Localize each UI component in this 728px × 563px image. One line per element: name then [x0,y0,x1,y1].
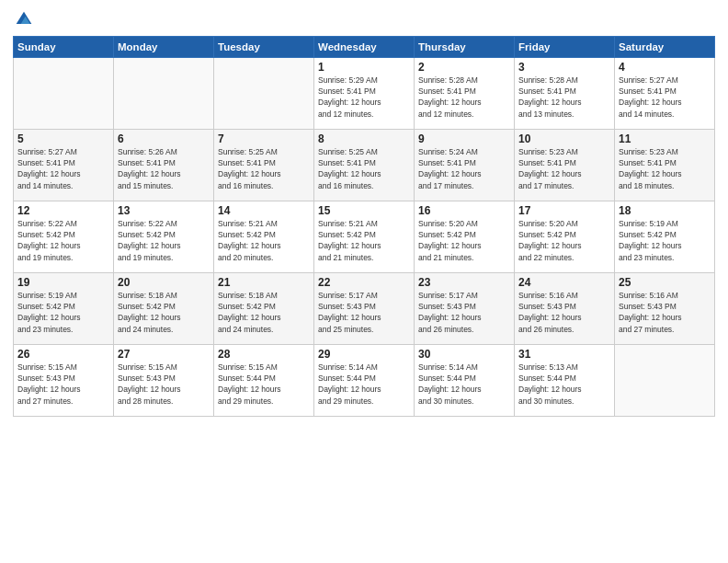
day-info: Sunrise: 5:19 AM Sunset: 5:42 PM Dayligh… [17,290,109,335]
day-number: 26 [17,348,109,361]
day-number: 22 [318,276,410,289]
day-info: Sunrise: 5:23 AM Sunset: 5:41 PM Dayligh… [619,146,711,191]
day-info: Sunrise: 5:19 AM Sunset: 5:42 PM Dayligh… [619,218,711,263]
calendar-cell: 6Sunrise: 5:26 AM Sunset: 5:41 PM Daylig… [114,129,214,201]
day-info: Sunrise: 5:15 AM Sunset: 5:44 PM Dayligh… [218,362,310,407]
day-info: Sunrise: 5:18 AM Sunset: 5:42 PM Dayligh… [218,290,310,335]
day-number: 10 [518,132,610,145]
calendar-cell: 19Sunrise: 5:19 AM Sunset: 5:42 PM Dayli… [14,272,114,344]
calendar-cell: 7Sunrise: 5:25 AM Sunset: 5:41 PM Daylig… [214,129,314,201]
day-number: 4 [619,61,711,74]
calendar-cell: 16Sunrise: 5:20 AM Sunset: 5:42 PM Dayli… [415,201,515,272]
day-number: 2 [418,61,510,74]
calendar-body: 1Sunrise: 5:29 AM Sunset: 5:41 PM Daylig… [14,57,715,416]
calendar-cell: 29Sunrise: 5:14 AM Sunset: 5:44 PM Dayli… [314,344,415,416]
calendar-cell [214,57,314,129]
day-number: 23 [418,276,510,289]
day-info: Sunrise: 5:17 AM Sunset: 5:43 PM Dayligh… [418,290,510,335]
day-number: 31 [518,348,610,361]
calendar-cell: 11Sunrise: 5:23 AM Sunset: 5:41 PM Dayli… [615,129,715,201]
day-info: Sunrise: 5:24 AM Sunset: 5:41 PM Dayligh… [418,146,510,191]
calendar-cell: 24Sunrise: 5:16 AM Sunset: 5:43 PM Dayli… [515,272,615,344]
calendar-cell: 27Sunrise: 5:15 AM Sunset: 5:43 PM Dayli… [114,344,214,416]
calendar-cell: 26Sunrise: 5:15 AM Sunset: 5:43 PM Dayli… [14,344,114,416]
day-number: 1 [318,61,410,74]
logo [13,9,35,29]
day-info: Sunrise: 5:18 AM Sunset: 5:42 PM Dayligh… [118,290,210,335]
page: SundayMondayTuesdayWednesdayThursdayFrid… [0,0,728,563]
day-number: 30 [418,348,510,361]
calendar-week-row: 12Sunrise: 5:22 AM Sunset: 5:42 PM Dayli… [14,201,715,272]
calendar-cell: 10Sunrise: 5:23 AM Sunset: 5:41 PM Dayli… [515,129,615,201]
calendar-cell: 20Sunrise: 5:18 AM Sunset: 5:42 PM Dayli… [114,272,214,344]
day-number: 19 [17,276,109,289]
calendar-cell: 3Sunrise: 5:28 AM Sunset: 5:41 PM Daylig… [515,57,615,129]
calendar-cell: 14Sunrise: 5:21 AM Sunset: 5:42 PM Dayli… [214,201,314,272]
calendar-cell: 21Sunrise: 5:18 AM Sunset: 5:42 PM Dayli… [214,272,314,344]
day-info: Sunrise: 5:29 AM Sunset: 5:41 PM Dayligh… [318,75,410,120]
day-info: Sunrise: 5:27 AM Sunset: 5:41 PM Dayligh… [619,75,711,120]
day-number: 21 [218,276,310,289]
day-info: Sunrise: 5:20 AM Sunset: 5:42 PM Dayligh… [518,218,610,263]
calendar-table: SundayMondayTuesdayWednesdayThursdayFrid… [13,36,715,417]
day-number: 14 [218,204,310,217]
day-number: 9 [418,132,510,145]
calendar-cell: 12Sunrise: 5:22 AM Sunset: 5:42 PM Dayli… [14,201,114,272]
calendar-cell: 5Sunrise: 5:27 AM Sunset: 5:41 PM Daylig… [14,129,114,201]
calendar-cell: 22Sunrise: 5:17 AM Sunset: 5:43 PM Dayli… [314,272,415,344]
day-number: 8 [318,132,410,145]
calendar-cell: 8Sunrise: 5:25 AM Sunset: 5:41 PM Daylig… [314,129,415,201]
weekday-header: Friday [515,36,615,57]
calendar-week-row: 1Sunrise: 5:29 AM Sunset: 5:41 PM Daylig… [14,57,715,129]
header [13,9,715,29]
calendar-cell [615,344,715,416]
calendar-cell: 9Sunrise: 5:24 AM Sunset: 5:41 PM Daylig… [415,129,515,201]
calendar-cell: 15Sunrise: 5:21 AM Sunset: 5:42 PM Dayli… [314,201,415,272]
day-number: 13 [118,204,210,217]
day-info: Sunrise: 5:15 AM Sunset: 5:43 PM Dayligh… [118,362,210,407]
weekday-header: Tuesday [214,36,314,57]
day-info: Sunrise: 5:22 AM Sunset: 5:42 PM Dayligh… [118,218,210,263]
day-number: 17 [518,204,610,217]
day-info: Sunrise: 5:21 AM Sunset: 5:42 PM Dayligh… [218,218,310,263]
day-number: 28 [218,348,310,361]
calendar-cell: 18Sunrise: 5:19 AM Sunset: 5:42 PM Dayli… [615,201,715,272]
day-number: 11 [619,132,711,145]
day-number: 5 [17,132,109,145]
calendar-cell: 30Sunrise: 5:14 AM Sunset: 5:44 PM Dayli… [415,344,515,416]
day-info: Sunrise: 5:20 AM Sunset: 5:42 PM Dayligh… [418,218,510,263]
logo-icon [15,10,33,29]
day-number: 3 [518,61,610,74]
calendar-week-row: 5Sunrise: 5:27 AM Sunset: 5:41 PM Daylig… [14,129,715,201]
day-info: Sunrise: 5:28 AM Sunset: 5:41 PM Dayligh… [418,75,510,120]
day-number: 16 [418,204,510,217]
day-info: Sunrise: 5:14 AM Sunset: 5:44 PM Dayligh… [418,362,510,407]
day-number: 7 [218,132,310,145]
weekday-header: Wednesday [314,36,415,57]
calendar-cell: 17Sunrise: 5:20 AM Sunset: 5:42 PM Dayli… [515,201,615,272]
weekday-header: Monday [114,36,214,57]
weekday-header: Sunday [14,36,114,57]
day-info: Sunrise: 5:13 AM Sunset: 5:44 PM Dayligh… [518,362,610,407]
calendar-cell: 31Sunrise: 5:13 AM Sunset: 5:44 PM Dayli… [515,344,615,416]
day-info: Sunrise: 5:21 AM Sunset: 5:42 PM Dayligh… [318,218,410,263]
day-info: Sunrise: 5:14 AM Sunset: 5:44 PM Dayligh… [318,362,410,407]
day-info: Sunrise: 5:17 AM Sunset: 5:43 PM Dayligh… [318,290,410,335]
calendar-header: SundayMondayTuesdayWednesdayThursdayFrid… [14,36,715,57]
weekday-header: Thursday [415,36,515,57]
calendar-cell: 4Sunrise: 5:27 AM Sunset: 5:41 PM Daylig… [615,57,715,129]
calendar-week-row: 26Sunrise: 5:15 AM Sunset: 5:43 PM Dayli… [14,344,715,416]
day-number: 6 [118,132,210,145]
calendar-week-row: 19Sunrise: 5:19 AM Sunset: 5:42 PM Dayli… [14,272,715,344]
day-number: 15 [318,204,410,217]
day-info: Sunrise: 5:27 AM Sunset: 5:41 PM Dayligh… [17,146,109,191]
calendar-cell: 1Sunrise: 5:29 AM Sunset: 5:41 PM Daylig… [314,57,415,129]
day-number: 24 [518,276,610,289]
weekday-row: SundayMondayTuesdayWednesdayThursdayFrid… [14,36,715,57]
calendar-cell: 25Sunrise: 5:16 AM Sunset: 5:43 PM Dayli… [615,272,715,344]
calendar-cell: 23Sunrise: 5:17 AM Sunset: 5:43 PM Dayli… [415,272,515,344]
calendar-cell [14,57,114,129]
day-info: Sunrise: 5:28 AM Sunset: 5:41 PM Dayligh… [518,75,610,120]
day-number: 12 [17,204,109,217]
day-number: 20 [118,276,210,289]
